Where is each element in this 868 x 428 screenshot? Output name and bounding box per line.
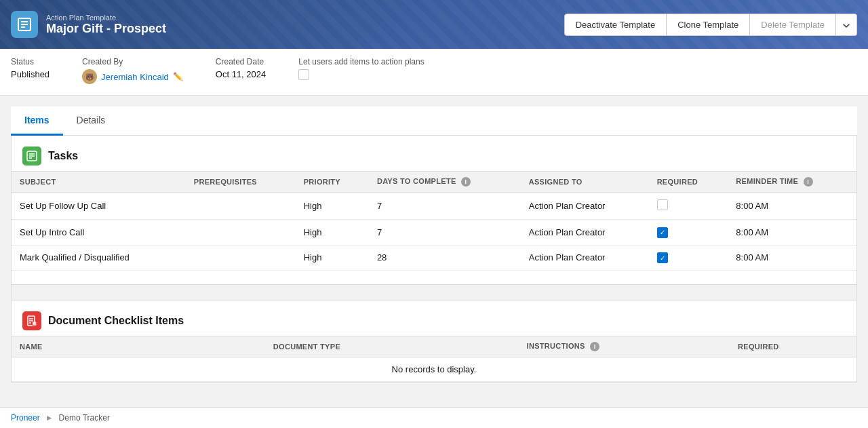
docs-section-title: Document Checklist Items <box>48 315 184 327</box>
docs-section-header: ✓ Document Checklist Items <box>12 300 856 336</box>
th-reminder-time: REMINDER TIME i <box>728 172 856 193</box>
th-required: REQUIRED <box>649 172 728 193</box>
let-users-field: Let users add items to action plans <box>298 57 424 80</box>
header-left: Action Plan Template Major Gift - Prospe… <box>11 11 166 38</box>
cell-assigned-to: Action Plan Creator <box>521 245 649 271</box>
th-prerequisites: PREREQUISITES <box>186 172 296 193</box>
cell-prerequisites <box>186 193 296 220</box>
main-content: Items Details Tasks SUBJECT PREREQUISITE… <box>0 96 868 393</box>
status-value: Published <box>11 69 50 79</box>
more-actions-dropdown-button[interactable] <box>836 14 857 36</box>
created-by-label: Created By <box>82 57 183 66</box>
cell-assigned-to: Action Plan Creator <box>521 193 649 220</box>
created-by-field: Created By 🐻 Jeremiah Kincaid ✏️ <box>82 57 183 84</box>
no-records-row: No records to display. <box>12 357 856 382</box>
created-date-value: Oct 11, 2024 <box>216 69 266 79</box>
cell-days: 7 <box>369 193 521 220</box>
tab-details[interactable]: Details <box>63 106 119 136</box>
days-info-icon: i <box>461 177 471 187</box>
th-docs-required: REQUIRED <box>730 336 856 357</box>
svg-text:✓: ✓ <box>34 322 36 326</box>
info-bar: Status Published Created By 🐻 Jeremiah K… <box>0 49 868 96</box>
app-icon <box>11 11 38 38</box>
tasks-table-body: Set Up Follow Up Call High 7 Action Plan… <box>12 193 856 271</box>
page-subtitle: Action Plan Template <box>46 14 166 22</box>
required-checkbox[interactable] <box>657 227 668 238</box>
tasks-icon-svg <box>26 151 37 161</box>
cell-required <box>649 245 728 271</box>
tasks-table: SUBJECT PREREQUISITES PRIORITY DAYS TO C… <box>12 171 856 271</box>
th-assigned-to: ASSIGNED TO <box>521 172 649 193</box>
status-label: Status <box>11 57 50 66</box>
created-by-row: 🐻 Jeremiah Kincaid ✏️ <box>82 69 183 84</box>
tasks-section-header: Tasks <box>12 136 856 171</box>
edit-user-icon[interactable]: ✏️ <box>173 72 183 81</box>
clone-template-button[interactable]: Clone Template <box>667 14 750 36</box>
status-field: Status Published <box>11 57 50 79</box>
no-records-text: No records to display. <box>12 357 856 382</box>
let-users-checkbox[interactable] <box>298 69 309 80</box>
cell-prerequisites <box>186 220 296 246</box>
header-bar: Action Plan Template Major Gift - Prospe… <box>0 0 868 49</box>
delete-template-button[interactable]: Delete Template <box>750 14 836 36</box>
cell-reminder-time: 8:00 AM <box>728 220 856 246</box>
user-link[interactable]: Jeremiah Kincaid <box>101 72 169 82</box>
th-instructions: INSTRUCTIONS i <box>519 336 730 357</box>
spacer <box>12 271 856 284</box>
th-subject: SUBJECT <box>12 172 186 193</box>
section-divider <box>12 284 856 300</box>
cell-reminder-time: 8:00 AM <box>728 245 856 271</box>
reminder-info-icon: i <box>804 177 813 187</box>
cell-required <box>649 220 728 246</box>
let-users-label: Let users add items to action plans <box>298 57 424 66</box>
docs-table: NAME DOCUMENT TYPE INSTRUCTIONS i REQUIR… <box>12 336 856 382</box>
tab-items[interactable]: Items <box>11 106 63 136</box>
cell-priority: High <box>296 193 369 220</box>
table-row: Set Up Follow Up Call High 7 Action Plan… <box>12 193 856 220</box>
cell-required <box>649 193 728 220</box>
tasks-section-title: Tasks <box>48 150 78 162</box>
created-date-field: Created Date Oct 11, 2024 <box>216 57 266 79</box>
cell-days: 7 <box>369 220 521 246</box>
avatar: 🐻 <box>82 69 97 84</box>
deactivate-template-button[interactable]: Deactivate Template <box>564 14 667 36</box>
table-row: Mark Qualified / Disqualified High 28 Ac… <box>12 245 856 271</box>
table-row: Set Up Intro Call High 7 Action Plan Cre… <box>12 220 856 246</box>
content-panel: Tasks SUBJECT PREREQUISITES PRIORITY DAY… <box>11 136 857 383</box>
required-checkbox[interactable] <box>657 252 668 263</box>
header-actions: Deactivate Template Clone Template Delet… <box>564 14 857 36</box>
th-priority: PRIORITY <box>296 172 369 193</box>
th-document-type: DOCUMENT TYPE <box>265 336 519 357</box>
cell-priority: High <box>296 245 369 271</box>
tasks-table-header-row: SUBJECT PREREQUISITES PRIORITY DAYS TO C… <box>12 172 856 193</box>
created-date-label: Created Date <box>216 57 266 66</box>
cell-prerequisites <box>186 245 296 271</box>
docs-icon: ✓ <box>22 311 41 330</box>
required-checkbox[interactable] <box>657 199 668 210</box>
cell-assigned-to: Action Plan Creator <box>521 220 649 246</box>
docs-table-header-row: NAME DOCUMENT TYPE INSTRUCTIONS i REQUIR… <box>12 336 856 357</box>
cell-reminder-time: 8:00 AM <box>728 193 856 220</box>
tabs-bar: Items Details <box>11 106 857 136</box>
cell-priority: High <box>296 220 369 246</box>
title-block: Action Plan Template Major Gift - Prospe… <box>46 14 166 36</box>
page-title: Major Gift - Prospect <box>46 22 166 36</box>
cell-subject: Mark Qualified / Disqualified <box>12 245 186 271</box>
cell-subject: Set Up Follow Up Call <box>12 193 186 220</box>
tasks-icon <box>22 147 41 166</box>
docs-icon-svg: ✓ <box>26 315 37 326</box>
cell-days: 28 <box>369 245 521 271</box>
chevron-down-icon <box>843 24 850 28</box>
th-name: NAME <box>12 336 265 357</box>
app-icon-svg <box>16 16 33 33</box>
cell-subject: Set Up Intro Call <box>12 220 186 246</box>
th-days-to-complete: DAYS TO COMPLETE i <box>369 172 521 193</box>
instructions-info-icon: i <box>590 342 599 351</box>
